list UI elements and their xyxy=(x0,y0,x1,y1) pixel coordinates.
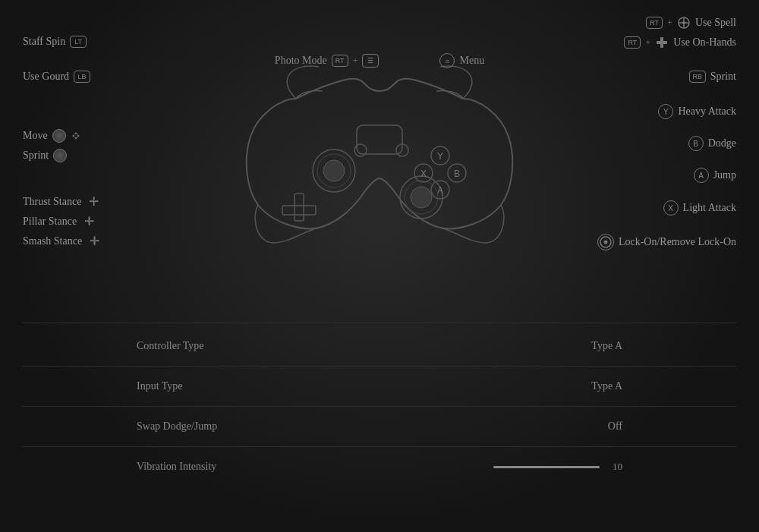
y-button-icon: Y xyxy=(658,104,673,119)
svg-text:X: X xyxy=(420,168,427,179)
vibration-value: 10 xyxy=(607,461,622,473)
stick-arrow-icon xyxy=(71,131,81,141)
settings-row: Controller TypeType A xyxy=(23,326,736,367)
svg-text:✛: ✛ xyxy=(89,195,99,208)
vibration-slider-fill xyxy=(493,466,600,468)
thrust-stance-text: Thrust Stance xyxy=(23,196,81,208)
svg-rect-19 xyxy=(282,206,316,215)
b-button-icon: B xyxy=(688,136,704,151)
settings-row: Swap Dodge/JumpOff xyxy=(23,407,736,447)
svg-rect-8 xyxy=(657,41,667,44)
staff-spin-text: Staff Spin xyxy=(23,36,65,48)
use-gourd-text: Use Gourd xyxy=(23,71,69,83)
menu-label: ≡ Menu xyxy=(439,53,484,68)
menu-circle-icon: ≡ xyxy=(439,53,455,68)
rt-button-icon-spell: RT xyxy=(646,17,663,29)
controller-section: Staff Spin LT Use Gourd LB Move Sprint T… xyxy=(0,0,759,304)
setting-value: Type A xyxy=(591,340,622,352)
setting-label: Input Type xyxy=(137,380,183,392)
setting-value: Type A xyxy=(591,380,622,392)
settings-row: Vibration Intensity10 xyxy=(23,447,736,486)
svg-rect-18 xyxy=(294,194,304,221)
smash-stance-label: Smash Stance ✛ xyxy=(23,234,102,249)
bottom-action-labels: Photo Mode RT + ☰ ≡ Menu xyxy=(0,53,759,68)
jump-text: Jump xyxy=(713,169,736,181)
cross-hands-icon xyxy=(655,36,669,49)
setting-value-container: Off xyxy=(608,420,622,433)
controller-svg: Y B A X xyxy=(235,38,524,258)
plus-icon-spell: + xyxy=(667,17,672,29)
svg-text:Y: Y xyxy=(437,151,443,162)
light-attack-text: Light Attack xyxy=(683,202,736,214)
dpad-icon-pillar: ✛ xyxy=(81,214,96,229)
a-button-icon: A xyxy=(694,168,709,183)
use-on-hands-text: Use On-Hands xyxy=(673,36,736,49)
sprint-right-text: Sprint xyxy=(710,71,736,83)
x-button-icon: X xyxy=(663,200,679,216)
smash-stance-text: Smash Stance xyxy=(23,235,82,247)
svg-point-10 xyxy=(603,241,607,244)
dpad-icon-thrust: ✛ xyxy=(86,194,101,209)
rt-button-icon-hands: RT xyxy=(624,36,641,49)
pillar-stance-text: Pillar Stance xyxy=(23,216,77,228)
jump-label: A Jump xyxy=(691,168,736,183)
settings-section: Controller TypeType AInput TypeType ASwa… xyxy=(0,326,759,486)
heavy-attack-text: Heavy Attack xyxy=(678,105,736,118)
lt-button-icon: LT xyxy=(70,36,87,48)
lock-on-text: Lock-On/Remove Lock-On xyxy=(619,236,736,248)
setting-label: Swap Dodge/Jump xyxy=(137,420,217,433)
settings-row: Input TypeType A xyxy=(23,367,736,407)
heavy-attack-label: Y Heavy Attack xyxy=(655,104,736,119)
svg-rect-11 xyxy=(357,125,402,154)
plus-icon-hands: + xyxy=(645,37,650,49)
use-on-hands-label: RT + Use On-Hands xyxy=(621,36,736,49)
thrust-stance-label: Thrust Stance ✛ xyxy=(23,194,101,209)
svg-point-17 xyxy=(411,187,432,208)
vibration-slider-track[interactable] xyxy=(493,466,600,468)
svg-text:✛: ✛ xyxy=(84,215,94,228)
rt-photo-icon: RT xyxy=(332,55,348,67)
lb-button-icon: LB xyxy=(74,71,90,83)
menu-text: Menu xyxy=(459,55,484,67)
use-spell-label: RT + Use Spell xyxy=(643,16,736,30)
photo-mode-label: Photo Mode RT + ☰ xyxy=(275,54,380,68)
move-label: Move xyxy=(23,129,81,143)
photo-mode-text: Photo Mode xyxy=(275,55,327,67)
svg-point-14 xyxy=(323,160,345,181)
staff-spin-label: Staff Spin LT xyxy=(23,36,87,48)
dpad-spell-icon xyxy=(677,16,691,30)
controller-diagram: Y B A X xyxy=(235,38,524,261)
setting-value: Off xyxy=(608,420,622,433)
svg-text:✛: ✛ xyxy=(90,235,99,247)
lockon-icon xyxy=(597,234,614,250)
plus-photo: + xyxy=(353,55,358,67)
svg-text:A: A xyxy=(437,185,443,196)
pillar-stance-label: Pillar Stance ✛ xyxy=(23,214,96,229)
dpad-icon-smash: ✛ xyxy=(87,234,102,249)
sprint-left-label: Sprint xyxy=(23,149,67,162)
rb-button-icon: RB xyxy=(689,71,706,83)
lock-on-label: Lock-On/Remove Lock-On xyxy=(597,234,736,250)
svg-text:B: B xyxy=(454,168,460,179)
setting-value-container: Type A xyxy=(591,380,622,392)
settings-list: Controller TypeType AInput TypeType ASwa… xyxy=(23,326,736,486)
move-text: Move xyxy=(23,130,48,142)
setting-label: Controller Type xyxy=(137,340,204,352)
dodge-label: B Dodge xyxy=(685,136,736,151)
light-attack-label: X Light Attack xyxy=(660,200,736,216)
sprint-right-label: RB Sprint xyxy=(686,71,736,83)
use-spell-text: Use Spell xyxy=(695,17,736,29)
setting-value-container: Type A xyxy=(591,340,622,352)
setting-value-container[interactable]: 10 xyxy=(493,461,622,473)
dodge-text: Dodge xyxy=(708,137,736,150)
section-divider xyxy=(23,323,736,323)
use-gourd-label: Use Gourd LB xyxy=(23,71,90,83)
setting-label: Vibration Intensity xyxy=(137,461,216,473)
svg-point-29 xyxy=(354,144,367,156)
left-stick-icon xyxy=(52,129,66,143)
sprint-left-text: Sprint xyxy=(23,150,49,162)
menu-photo-icon: ☰ xyxy=(362,54,379,68)
left-stick-press-icon xyxy=(53,149,67,162)
